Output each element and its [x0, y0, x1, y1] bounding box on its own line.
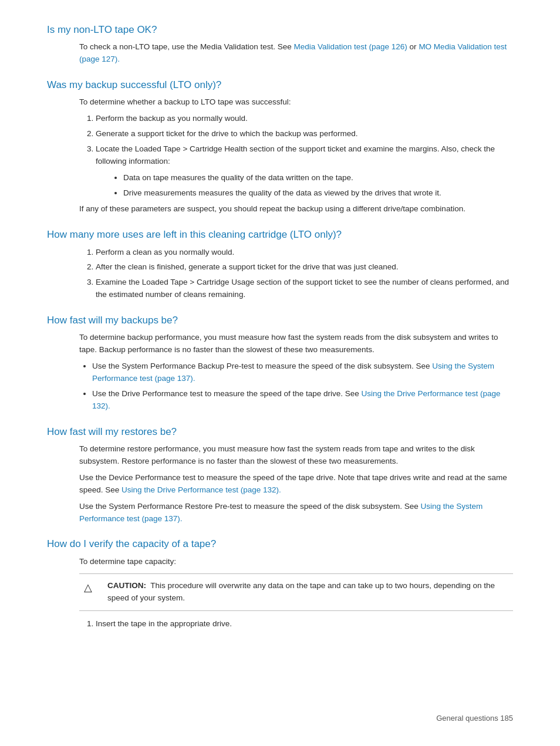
backups-speed-bullet-1: Use the System Performance Backup Pre-te…: [92, 360, 513, 385]
tape-capacity-steps: Insert the tape in the appropriate drive…: [96, 618, 513, 630]
backup-conclusion: If any of these parameters are suspect, …: [79, 203, 513, 215]
section-body-restores-speed: To determine restore performance, you mu…: [79, 443, 513, 525]
backup-intro: To determine whether a backup to LTO tap…: [79, 96, 513, 109]
link-drive-perf-test-1[interactable]: Using the Drive Performance test (page 1…: [92, 389, 501, 410]
caution-label: CAUTION:: [107, 581, 146, 590]
cleaning-steps: Perform a clean as you normally would. A…: [96, 247, 513, 302]
backups-speed-bullet-2: Use the Drive Performance test to measur…: [92, 388, 513, 413]
restores-device-perf: Use the Device Performance test to measu…: [79, 472, 513, 497]
backup-steps: Perform the backup as you normally would…: [96, 113, 513, 168]
link-drive-perf-test-2[interactable]: Using the Drive Performance test (page 1…: [122, 485, 281, 494]
section-body-tape-capacity: To determine tape capacity: △ CAUTION: T…: [79, 556, 513, 631]
backup-step-3: Locate the Loaded Tape > Cartridge Healt…: [96, 143, 513, 168]
backup-bullet-1: Data on tape measures the quality of the…: [123, 172, 513, 184]
cleaning-step-2: After the clean is finished, generate a …: [96, 261, 513, 274]
restores-sys-perf: Use the System Performance Restore Pre-t…: [79, 501, 513, 525]
link-media-validation[interactable]: Media Validation test (page 126): [294, 42, 407, 51]
section-title-tape-capacity: How do I verify the capacity of a tape?: [47, 538, 513, 551]
backup-step-1: Perform the backup as you normally would…: [96, 113, 513, 125]
section-backups-speed: How fast will my backups be? To determin…: [47, 314, 513, 413]
footer: General questions 185: [436, 714, 513, 723]
tape-capacity-intro: To determine tape capacity:: [79, 556, 513, 568]
cleaning-step-1: Perform a clean as you normally would.: [96, 247, 513, 259]
restores-speed-intro: To determine restore performance, you mu…: [79, 443, 513, 468]
section-restores-speed: How fast will my restores be? To determi…: [47, 426, 513, 525]
cleaning-step-3: Examine the Loaded Tape > Cartridge Usag…: [96, 276, 513, 301]
section-body-backup: To determine whether a backup to LTO tap…: [79, 96, 513, 215]
backup-bullet-2: Drive measurements measures the quality …: [123, 187, 513, 200]
section-title-backup: Was my backup successful (LTO only)?: [47, 79, 513, 92]
section-non-lto-tape: Is my non-LTO tape OK? To check a non-LT…: [47, 23, 513, 66]
section-body-backups-speed: To determine backup performance, you mus…: [79, 332, 513, 413]
tape-capacity-step-1: Insert the tape in the appropriate drive…: [96, 618, 513, 630]
non-lto-text: To check a non-LTO tape, use the Media V…: [79, 41, 513, 66]
section-title-backups-speed: How fast will my backups be?: [47, 314, 513, 327]
section-title-cleaning: How many more uses are left in this clea…: [47, 228, 513, 241]
link-system-perf-test-2[interactable]: Using the System Performance test (page …: [79, 502, 483, 523]
caution-icon: △: [79, 581, 97, 594]
section-title-restores-speed: How fast will my restores be?: [47, 426, 513, 438]
section-tape-capacity: How do I verify the capacity of a tape? …: [47, 538, 513, 630]
section-cleaning-cartridge: How many more uses are left in this clea…: [47, 228, 513, 301]
caution-text: CAUTION: This procedure will overwrite a…: [107, 580, 513, 605]
backup-bullets: Data on tape measures the quality of the…: [123, 172, 513, 200]
link-system-perf-test-1[interactable]: Using the System Performance test (page …: [92, 362, 494, 383]
section-backup-successful: Was my backup successful (LTO only)? To …: [47, 79, 513, 215]
section-body-non-lto: To check a non-LTO tape, use the Media V…: [79, 41, 513, 66]
page-content: Is my non-LTO tape OK? To check a non-LT…: [47, 23, 513, 630]
section-title-non-lto: Is my non-LTO tape OK?: [47, 23, 513, 36]
section-body-cleaning: Perform a clean as you normally would. A…: [79, 247, 513, 302]
backups-speed-intro: To determine backup performance, you mus…: [79, 332, 513, 356]
caution-box: △ CAUTION: This procedure will overwrite…: [79, 573, 513, 611]
backup-step-2: Generate a support ticket for the drive …: [96, 128, 513, 140]
backups-speed-bullets: Use the System Performance Backup Pre-te…: [92, 360, 513, 413]
